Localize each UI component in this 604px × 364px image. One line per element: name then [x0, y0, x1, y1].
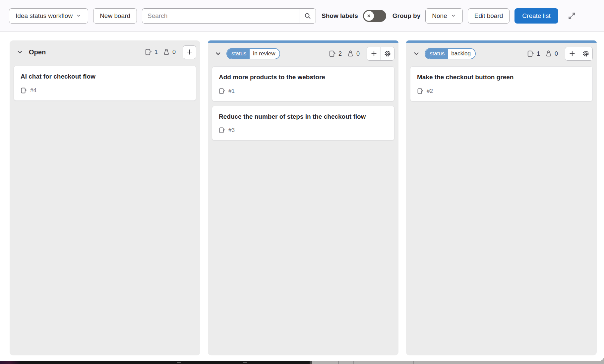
issue-title[interactable]: Reduce the number of steps in the checko… [219, 112, 388, 121]
list-meta: 1 0 [145, 45, 196, 59]
card-list: AI chat for checkout flow #4 [10, 64, 200, 109]
list-color-bar [406, 40, 597, 43]
list-meta: 2 0 [329, 47, 394, 61]
background-window-segment [310, 361, 312, 364]
group-by-label: Group by [393, 12, 420, 20]
expand-icon [568, 12, 576, 20]
board-switcher-label: Idea status workflow [16, 12, 73, 20]
show-labels-label: Show labels [322, 12, 358, 20]
issue-card[interactable]: Make the checkout button green #2 [410, 66, 593, 101]
add-issue-button[interactable] [367, 47, 381, 60]
issue-meta: #2 [417, 88, 586, 94]
label-value: in review [250, 49, 279, 59]
issue-id: #2 [427, 88, 433, 94]
issue-title[interactable]: Make the checkout button green [417, 73, 586, 82]
issue-meta: #3 [219, 127, 388, 134]
weight-count: 0 [555, 50, 558, 57]
chevron-down-icon [214, 50, 222, 58]
chevron-down-icon [76, 13, 82, 19]
issue-type-icon [417, 88, 424, 94]
issue-card[interactable]: Add more products to the webstore #1 [212, 66, 394, 101]
search-submit-button[interactable] [299, 9, 316, 23]
issue-card[interactable]: AI chat for checkout flow #4 [14, 66, 196, 101]
create-list-button[interactable]: Create list [514, 8, 558, 24]
issue-meta: #4 [21, 87, 189, 94]
collapse-list-button[interactable] [212, 48, 224, 59]
gear-icon [384, 50, 391, 57]
card-list: Add more products to the webstore #1 Red… [208, 64, 398, 149]
issue-id: #4 [30, 87, 36, 94]
new-board-button[interactable]: New board [93, 8, 137, 24]
search-input[interactable] [142, 9, 299, 23]
label-value: backlog [448, 49, 475, 59]
scoped-label[interactable]: status in review [226, 48, 280, 59]
list-color-bar [208, 40, 398, 43]
weight-count: 0 [172, 49, 176, 56]
search-box [142, 8, 316, 24]
list-header: status in review 2 0 [208, 43, 398, 64]
issue-id: #3 [228, 127, 235, 134]
chevron-down-icon [412, 50, 420, 58]
issue-id: #1 [228, 88, 235, 94]
scoped-label[interactable]: status backlog [425, 48, 476, 59]
board-switcher-dropdown[interactable]: Idea status workflow [9, 8, 88, 24]
issue-count: 2 [338, 50, 342, 57]
issue-card[interactable]: Reduce the number of steps in the checko… [212, 106, 394, 141]
board-list-open: Open 1 0 [10, 40, 200, 355]
chevron-down-icon [16, 48, 24, 56]
collapse-list-button[interactable] [14, 46, 26, 58]
chevron-down-icon [451, 13, 456, 19]
add-issue-button[interactable] [565, 47, 579, 60]
list-settings-button[interactable] [381, 47, 394, 60]
issues-icon [527, 50, 534, 57]
fullscreen-toggle-button[interactable] [565, 9, 578, 23]
toggle-off-x-icon [366, 13, 372, 19]
add-issue-button[interactable] [183, 45, 196, 59]
list-actions [367, 47, 394, 61]
issue-title[interactable]: Add more products to the webstore [219, 73, 388, 82]
toggle-knob [364, 11, 374, 21]
card-list: Make the checkout button green #2 [406, 64, 597, 110]
weight-icon [545, 50, 552, 57]
issue-count: 1 [537, 50, 540, 57]
label-scope: status [227, 49, 250, 59]
issue-board-page: Idea status workflow New board Show labe… [0, 0, 604, 364]
board-lists-area: Open 1 0 [0, 32, 604, 355]
issue-type-icon [219, 88, 225, 94]
issue-count: 1 [154, 49, 158, 56]
list-settings-button[interactable] [579, 47, 592, 60]
issue-type-icon [21, 87, 27, 94]
list-header: status backlog 1 0 [406, 43, 597, 64]
list-actions [565, 47, 593, 61]
weight-icon [163, 48, 170, 56]
plus-icon [370, 50, 378, 57]
search-icon [304, 12, 311, 20]
plus-icon [569, 50, 576, 57]
weight-icon [347, 50, 354, 57]
issue-title[interactable]: AI chat for checkout flow [21, 72, 189, 81]
issue-type-icon [219, 127, 225, 134]
board-list-backlog: status backlog 1 0 [406, 40, 597, 355]
label-scope: status [425, 49, 448, 59]
issues-icon [329, 50, 336, 57]
background-window-segment [0, 361, 20, 364]
collapse-list-button[interactable] [411, 48, 422, 59]
background-window-segment [312, 361, 604, 364]
background-window-segment [20, 361, 310, 364]
issues-icon [145, 48, 152, 56]
board-list-in-review: status in review 2 0 [208, 40, 398, 355]
plus-icon [186, 48, 193, 56]
board-toolbar: Idea status workflow New board Show labe… [0, 0, 604, 32]
list-header: Open 1 0 [10, 40, 200, 64]
gear-icon [582, 50, 589, 57]
edit-board-button[interactable]: Edit board [468, 8, 510, 24]
background-window-edge [0, 361, 604, 364]
group-by-dropdown[interactable]: None [425, 8, 462, 24]
group-by-value: None [432, 12, 447, 20]
show-labels-toggle[interactable] [363, 10, 386, 22]
list-meta: 1 0 [527, 47, 593, 61]
issue-meta: #1 [219, 88, 388, 94]
weight-count: 0 [356, 50, 360, 57]
list-title: Open [29, 48, 46, 56]
page-rounded-corner [589, 356, 604, 361]
